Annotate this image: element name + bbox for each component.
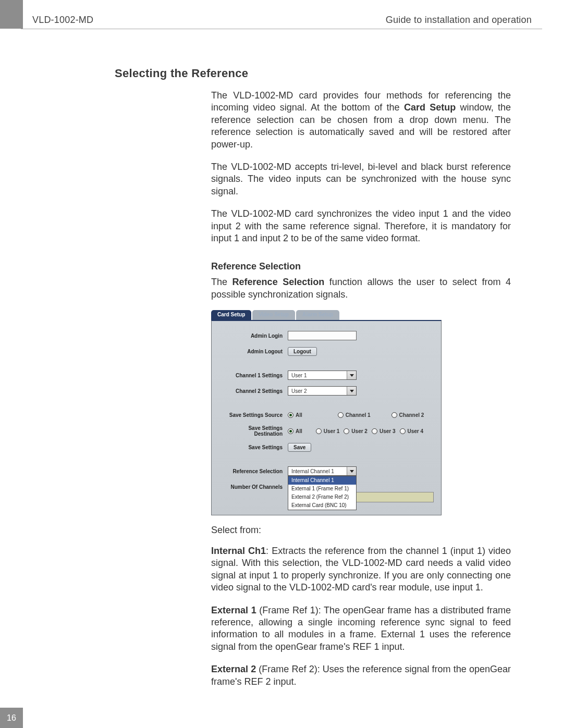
channel-1-select[interactable]: User 1 [288, 371, 357, 380]
radio-dot-icon [391, 412, 397, 418]
radio-label: Channel 2 [399, 412, 424, 418]
radio-label: User 2 [351, 428, 368, 434]
bold: External 1 [211, 605, 256, 615]
dropdown-option-internal-channel-1[interactable]: Internal Channel 1 [288, 476, 356, 485]
radio-dest-user-4[interactable]: User 4 [400, 428, 424, 434]
radio-dot-icon [338, 412, 344, 418]
radio-label: User 3 [380, 428, 396, 434]
label-admin-login: Admin Login [219, 333, 288, 339]
select-value: Internal Channel 1 [291, 468, 334, 474]
tab-video-setup[interactable]: Video Setup [252, 310, 295, 320]
section-title: Selecting the Reference [115, 67, 511, 80]
paragraph-3: The VLD-1002-MD card synchronizes the vi… [211, 208, 511, 244]
bold: Internal Ch1 [211, 546, 266, 556]
header-left: VLD-1002-MD [32, 15, 93, 26]
select-value: User 2 [291, 388, 307, 394]
header-rule [21, 29, 542, 29]
dropdown-option-external-2[interactable]: External 2 (Frame Ref 2) [288, 493, 356, 501]
paragraph-internal-ch1: Internal Ch1: Extracts the reference fro… [211, 545, 511, 594]
label-channel-2-settings: Channel 2 Settings [219, 388, 288, 394]
card-setup-screenshot: Card Setup Video Setup Alarm Setup Admin… [211, 310, 442, 515]
radio-dest-user-1[interactable]: User 1 [316, 428, 340, 434]
label-save-settings: Save Settings [219, 445, 288, 450]
radio-label: User 1 [324, 428, 340, 434]
tab-alarm-setup[interactable]: Alarm Setup [296, 310, 339, 320]
bold: Reference Selection [232, 277, 325, 287]
radio-source-all[interactable]: All [288, 412, 302, 418]
logout-button[interactable]: Logout [288, 347, 317, 356]
radio-dest-user-2[interactable]: User 2 [344, 428, 368, 434]
radio-dot-icon [400, 428, 406, 434]
chevron-down-icon [347, 371, 356, 379]
label-reference-selection: Reference Selection [219, 468, 288, 474]
radio-source-channel-2[interactable]: Channel 2 [391, 412, 424, 418]
radio-label: All [296, 412, 302, 418]
dropdown-option-external-card[interactable]: External Card (BNC 10) [288, 501, 356, 510]
radio-dest-user-3[interactable]: User 3 [372, 428, 396, 434]
radio-dot-icon [288, 412, 293, 418]
label-save-settings-destination: Save Settings Destination [219, 425, 288, 437]
bold: Card Setup [404, 102, 456, 113]
paragraph-2: The VLD-1002-MD accepts tri-level, bi-le… [211, 161, 511, 198]
channel-2-select[interactable]: User 2 [288, 386, 357, 396]
card-setup-panel: Admin Login Admin Logout Logout Channel … [211, 320, 442, 515]
radio-label: User 4 [408, 428, 424, 434]
paragraph-1: The VLD-1002-MD card provides four metho… [211, 90, 511, 151]
tab-strip: Card Setup Video Setup Alarm Setup [211, 310, 442, 320]
select-from-label: Select from: [211, 525, 511, 536]
radio-dot-icon [288, 428, 293, 434]
radio-dot-icon [372, 428, 377, 434]
header-right: Guide to installation and operation [386, 15, 532, 26]
page-header-tab [0, 0, 23, 29]
radio-dot-icon [316, 428, 322, 434]
paragraph-external-2: External 2 (Frame Ref 2): Uses the refer… [211, 663, 511, 688]
page-content: Selecting the Reference The VLD-1002-MD … [115, 67, 511, 698]
save-button[interactable]: Save [288, 443, 311, 452]
reference-selection-select[interactable]: Internal Channel 1 [288, 466, 357, 476]
select-value: User 1 [291, 373, 307, 378]
radio-dot-icon [344, 428, 349, 434]
page-number: 16 [7, 713, 16, 723]
chevron-down-icon [347, 467, 356, 475]
text: (Frame Ref 1): The openGear frame has a … [211, 605, 511, 652]
radio-label: Channel 1 [346, 412, 371, 418]
bold: External 2 [211, 664, 256, 674]
subheading-reference-selection: Reference Selection [211, 261, 511, 272]
label-number-of-channels: Number Of Channels [219, 484, 288, 490]
radio-label: All [296, 428, 302, 434]
radio-dest-all[interactable]: All [288, 428, 302, 434]
dropdown-option-external-1[interactable]: External 1 (Frame Ref 1) [288, 485, 356, 493]
text: The [211, 277, 232, 287]
label-channel-1-settings: Channel 1 Settings [219, 373, 288, 378]
label-admin-logout: Admin Logout [219, 349, 288, 354]
label-save-settings-source: Save Settings Source [219, 412, 288, 418]
page-header: VLD-1002-MD Guide to installation and op… [32, 15, 532, 26]
admin-login-input[interactable] [288, 331, 357, 340]
page-number-tab: 16 [0, 708, 23, 728]
paragraph-external-1: External 1 (Frame Ref 1): The openGear f… [211, 604, 511, 653]
radio-source-channel-1[interactable]: Channel 1 [338, 412, 371, 418]
reference-selection-dropdown: Internal Channel 1 External 1 (Frame Ref… [288, 476, 357, 510]
text: (Frame Ref 2): Uses the reference signal… [211, 664, 511, 686]
paragraph-4: The Reference Selection function allows … [211, 276, 511, 301]
chevron-down-icon [347, 387, 356, 395]
tab-card-setup[interactable]: Card Setup [211, 310, 251, 320]
